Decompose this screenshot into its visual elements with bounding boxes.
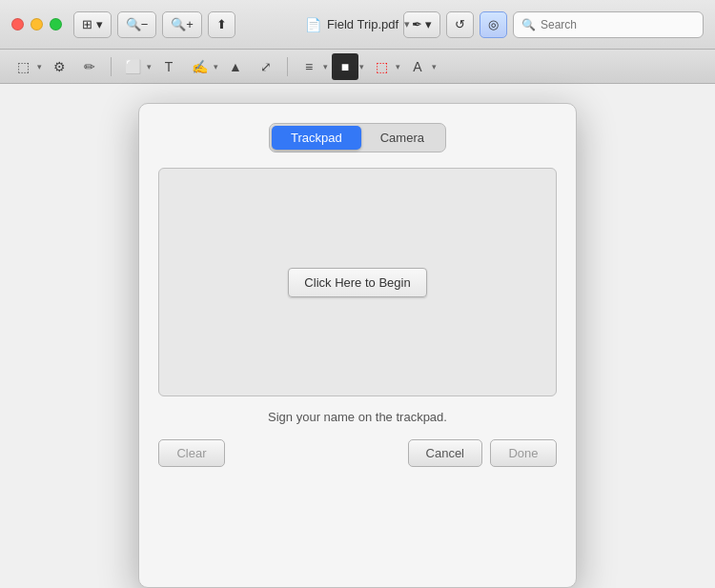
main-content: Trackpad Camera Click Here to Begin Sign… (0, 84, 715, 588)
font-icon: A (413, 59, 421, 74)
selection-tool-button[interactable]: ⬚ (10, 53, 36, 80)
draw-button[interactable]: ✏ (76, 53, 103, 80)
stamp-icon: ▲ (229, 59, 242, 74)
border-icon: ■ (341, 59, 349, 74)
text-icon: T (165, 59, 174, 74)
fill-tool-button[interactable]: ⬚ (368, 53, 395, 80)
line-icon: ≡ (305, 59, 313, 74)
signature-pad[interactable]: Click Here to Begin (158, 168, 557, 396)
sign-icon: ✍ (192, 59, 208, 74)
pdf-file-icon: 📄 (305, 17, 321, 32)
title-bar: ⊞ ▾ 🔍− 🔍+ ⬆ 📄 Field Trip.pdf ▾ ✒▾ ↺ ◎ 🔍 (0, 0, 715, 50)
annotate-button[interactable]: ◎ (480, 11, 507, 38)
zoom-in-icon: 🔍+ (171, 17, 194, 31)
sign-tools: ✍ ▾ (186, 53, 218, 80)
toolbar-separator-1 (111, 57, 112, 76)
sidebar-toggle-button[interactable]: ⊞ ▾ (73, 11, 112, 38)
toolbar-separator-2 (287, 57, 288, 76)
traffic-lights (11, 18, 62, 30)
text-button[interactable]: T (155, 53, 182, 80)
maximize-button[interactable] (50, 18, 62, 30)
fill-icon: ⬚ (376, 59, 388, 74)
border-tools: ■ ▾ (332, 53, 364, 80)
signature-dialog: Trackpad Camera Click Here to Begin Sign… (138, 103, 577, 588)
title-dropdown-arrow[interactable]: ▾ (404, 18, 410, 30)
tab-trackpad[interactable]: Trackpad (272, 126, 361, 150)
pen-icon: ✒ (412, 17, 422, 31)
border-tool-button[interactable]: ■ (332, 53, 358, 80)
share-icon: ⬆ (216, 17, 227, 31)
dialog-buttons: Clear Cancel Done (158, 439, 557, 467)
tab-group: Trackpad Camera (269, 123, 446, 152)
crop-button[interactable]: ⤢ (253, 53, 279, 80)
font-dropdown-arrow[interactable]: ▾ (432, 62, 437, 71)
magic-wand-button[interactable]: ⚙ (46, 53, 72, 80)
magic-wand-icon: ⚙ (53, 59, 66, 74)
draw-icon: ✏ (84, 59, 95, 74)
search-field[interactable]: 🔍 (513, 11, 704, 38)
title-bar-right: ✒▾ ↺ ◎ 🔍 (403, 11, 704, 38)
fill-tools: ⬚ ▾ (368, 53, 400, 80)
line-tools: ≡ ▾ (296, 53, 328, 80)
confirm-buttons: Cancel Done (408, 439, 557, 467)
document-title: Field Trip.pdf (327, 17, 398, 31)
done-button[interactable]: Done (490, 439, 557, 467)
search-input[interactable] (541, 18, 695, 31)
search-icon: 🔍 (521, 18, 536, 31)
line-dropdown-arrow[interactable]: ▾ (323, 62, 328, 71)
zoom-in-button[interactable]: 🔍+ (162, 11, 202, 38)
rotate-button[interactable]: ↺ (446, 11, 474, 38)
font-tools: A ▾ (404, 53, 437, 80)
title-bar-center: 📄 Field Trip.pdf ▾ (305, 17, 410, 32)
shape-tool-button[interactable]: ⬜ (119, 53, 146, 80)
minimize-button[interactable] (31, 18, 43, 30)
tab-switcher: Trackpad Camera (158, 123, 557, 152)
sign-tool-button[interactable]: ✍ (186, 53, 213, 80)
title-bar-left-tools: ⊞ ▾ 🔍− 🔍+ ⬆ (73, 11, 235, 38)
shape-dropdown-arrow[interactable]: ▾ (147, 62, 152, 71)
stamp-button[interactable]: ▲ (222, 53, 249, 80)
shape-tools: ⬜ ▾ (119, 53, 152, 80)
border-dropdown-arrow[interactable]: ▾ (359, 62, 364, 71)
instruction-text: Sign your name on the trackpad. (158, 410, 557, 424)
sign-dropdown-arrow[interactable]: ▾ (214, 62, 218, 71)
selection-icon: ⬚ (17, 59, 30, 74)
tab-camera[interactable]: Camera (361, 126, 443, 150)
shape-icon: ⬜ (125, 59, 141, 74)
selection-tools: ⬚ ▾ (10, 53, 42, 80)
rotate-icon: ↺ (455, 17, 465, 31)
cancel-button[interactable]: Cancel (408, 439, 482, 467)
selection-dropdown-arrow[interactable]: ▾ (37, 62, 42, 71)
fill-dropdown-arrow[interactable]: ▾ (396, 62, 400, 71)
toolbar: ⬚ ▾ ⚙ ✏ ⬜ ▾ T ✍ ▾ ▲ ⤢ ≡ ▾ ■ (0, 50, 715, 84)
close-button[interactable] (11, 18, 24, 30)
zoom-out-icon: 🔍− (126, 17, 149, 31)
crop-icon: ⤢ (260, 59, 272, 74)
zoom-out-button[interactable]: 🔍− (117, 11, 157, 38)
click-here-button[interactable]: Click Here to Begin (288, 268, 426, 297)
annotate-icon: ◎ (488, 17, 499, 31)
line-tool-button[interactable]: ≡ (296, 53, 322, 80)
share-button[interactable]: ⬆ (208, 11, 235, 38)
font-tool-button[interactable]: A (404, 53, 431, 80)
clear-button[interactable]: Clear (158, 439, 225, 467)
